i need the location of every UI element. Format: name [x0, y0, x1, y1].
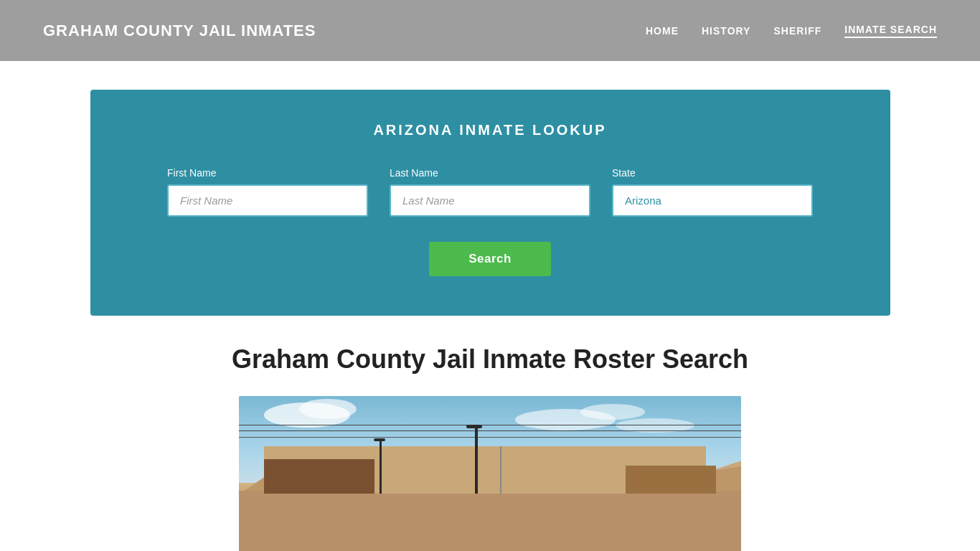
ground — [239, 491, 741, 551]
main-nav: HOME HISTORY SHERIFF INMATE SEARCH — [646, 24, 937, 38]
cloud-4 — [580, 404, 645, 420]
state-group: State — [612, 167, 813, 217]
last-name-label: Last Name — [390, 167, 590, 179]
nav-inmate-search[interactable]: INMATE SEARCH — [844, 24, 937, 38]
search-button[interactable]: Search — [429, 242, 551, 276]
nav-history[interactable]: HISTORY — [702, 25, 750, 37]
flag-pole — [500, 446, 501, 494]
lamp-top — [466, 425, 482, 428]
lamp-post — [475, 425, 478, 494]
wire-3 — [239, 437, 741, 438]
first-name-group: First Name — [167, 167, 368, 217]
wire-1 — [239, 425, 741, 425]
search-button-wrapper: Search — [133, 242, 847, 276]
first-name-label: First Name — [167, 167, 368, 179]
last-name-group: Last Name — [390, 167, 590, 217]
inmate-lookup-section: ARIZONA INMATE LOOKUP First Name Last Na… — [90, 90, 890, 316]
nav-home[interactable]: HOME — [646, 25, 679, 37]
building-brick-left — [264, 459, 374, 494]
main-content: Graham County Jail Inmate Roster Search — [90, 344, 890, 551]
first-name-input[interactable] — [167, 184, 368, 217]
lamp-post-2 — [380, 438, 382, 494]
site-header: GRAHAM COUNTY JAIL INMATES HOME HISTORY … — [0, 0, 980, 61]
search-fields-row: First Name Last Name State — [133, 167, 847, 217]
jail-building-image — [239, 396, 741, 551]
wire-2 — [239, 430, 741, 431]
nav-sheriff[interactable]: SHERIFF — [773, 25, 821, 37]
state-input[interactable] — [612, 184, 813, 217]
lamp-top-2 — [374, 438, 385, 441]
last-name-input[interactable] — [390, 184, 590, 217]
state-label: State — [612, 167, 813, 179]
roster-title: Graham County Jail Inmate Roster Search — [90, 344, 890, 375]
lookup-title: ARIZONA INMATE LOOKUP — [133, 122, 847, 138]
building-right — [626, 466, 716, 494]
site-title: GRAHAM COUNTY JAIL INMATES — [43, 22, 316, 40]
